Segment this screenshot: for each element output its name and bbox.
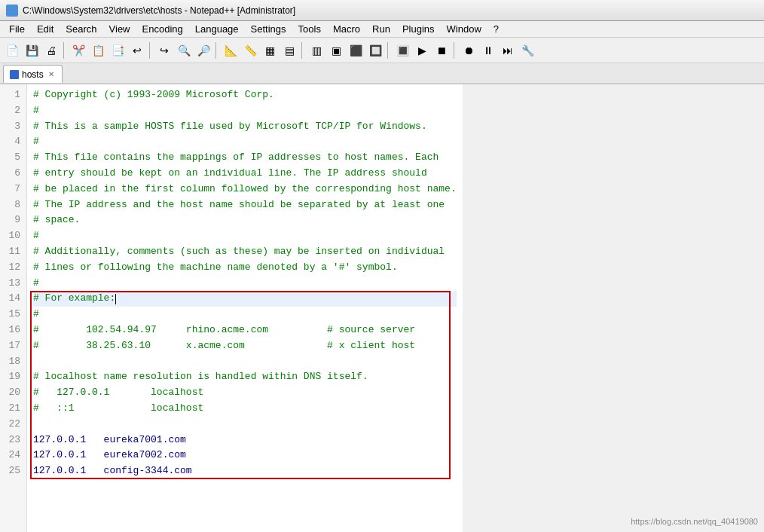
toolbar-separator [454, 42, 457, 59]
toolbar-btn-1[interactable]: 💾 [23, 41, 41, 60]
line-number-6: 6 [3, 166, 20, 182]
code-line-23: 127.0.0.1 eureka7001.com [33, 433, 457, 448]
code-line-11: # Additionally, comments (such as these)… [33, 244, 457, 260]
code-line-18 [33, 354, 457, 370]
toolbar-btn-5[interactable]: 📑 [108, 41, 127, 60]
line-number-25: 25 [3, 463, 20, 479]
menu-bar: FileEditSearchViewEncodingLanguageSettin… [0, 21, 764, 38]
toolbar-btn-6[interactable]: ↩ [128, 41, 146, 60]
toolbar-btn-9[interactable]: 🔎 [194, 41, 212, 60]
toolbar-btn-11[interactable]: 📏 [241, 41, 259, 60]
toolbar-separator [149, 42, 152, 59]
menu-item-window[interactable]: Window [441, 23, 487, 35]
text-cursor [115, 294, 116, 304]
menu-item-settings[interactable]: Settings [245, 23, 292, 35]
menu-item-edit[interactable]: Edit [31, 23, 60, 35]
toolbar-btn-16[interactable]: ⬛ [347, 41, 365, 60]
code-line-10: # [33, 228, 457, 244]
tab-label: hosts [22, 69, 44, 80]
app-icon [6, 5, 18, 17]
toolbar-btn-2[interactable]: 🖨 [42, 41, 60, 60]
code-line-3: # This is a sample HOSTS file used by Mi… [33, 119, 457, 135]
toolbar-btn-22[interactable]: ⏸ [479, 41, 497, 60]
editor-wrapper: 1234567891011121314151617181920212223242… [0, 84, 764, 532]
editor-container: 1234567891011121314151617181920212223242… [0, 84, 463, 532]
line-number-20: 20 [3, 385, 20, 401]
code-line-21: # ::1 localhost [33, 401, 457, 417]
line-number-19: 19 [3, 369, 20, 385]
title-bar: C:\Windows\System32\drivers\etc\hosts - … [0, 0, 764, 21]
menu-item-file[interactable]: File [3, 23, 31, 35]
toolbar-separator [301, 42, 304, 59]
line-number-14: 14 [3, 291, 20, 307]
menu-item-tools[interactable]: Tools [292, 23, 327, 35]
toolbar-btn-8[interactable]: 🔍 [175, 41, 193, 60]
line-number-9: 9 [3, 212, 20, 228]
line-number-13: 13 [3, 276, 20, 292]
code-line-1: # Copyright (c) 1993-2009 Microsoft Corp… [33, 87, 457, 103]
line-number-22: 22 [3, 417, 20, 433]
code-line-7: # be placed in the first column followed… [33, 182, 457, 197]
line-number-2: 2 [3, 103, 20, 119]
code-line-16: # 102.54.94.97 rhino.acme.com # source s… [33, 323, 457, 338]
code-area[interactable]: # Copyright (c) 1993-2009 Microsoft Corp… [27, 84, 463, 532]
toolbar-btn-19[interactable]: ▶ [413, 41, 431, 60]
code-line-12: # lines or following the machine name de… [33, 260, 457, 276]
code-line-19: # localhost name resolution is handled w… [33, 369, 457, 385]
code-line-14: # For example: [33, 291, 457, 307]
tab-bar: hosts✕ [0, 63, 764, 84]
menu-item-language[interactable]: Language [189, 23, 245, 35]
toolbar-btn-12[interactable]: ▦ [261, 41, 279, 60]
toolbar: 📄💾🖨✂️📋📑↩↪🔍🔎📐📏▦▤▥▣⬛🔲🔳▶⏹⏺⏸⏭🔧 [0, 38, 764, 63]
toolbar-btn-10[interactable]: 📐 [222, 41, 240, 60]
line-numbers: 1234567891011121314151617181920212223242… [0, 84, 27, 532]
toolbar-btn-23[interactable]: ⏭ [499, 41, 517, 60]
code-line-4: # [33, 134, 457, 150]
line-number-7: 7 [3, 182, 20, 197]
code-line-13: # [33, 276, 457, 292]
menu-item-search[interactable]: Search [60, 23, 102, 35]
line-number-18: 18 [3, 354, 20, 370]
toolbar-btn-4[interactable]: 📋 [89, 41, 107, 60]
toolbar-btn-14[interactable]: ▥ [307, 41, 325, 60]
code-line-2: # [33, 103, 457, 119]
code-line-8: # The IP address and the host name shoul… [33, 197, 457, 213]
line-number-1: 1 [3, 87, 20, 103]
window-title: C:\Windows\System32\drivers\etc\hosts - … [23, 5, 295, 16]
code-line-20: # 127.0.0.1 localhost [33, 385, 457, 401]
toolbar-separator [387, 42, 390, 59]
toolbar-btn-7[interactable]: ↪ [155, 41, 173, 60]
code-line-25: 127.0.0.1 config-3344.com [33, 463, 457, 479]
menu-item-macro[interactable]: Macro [327, 23, 366, 35]
line-number-15: 15 [3, 307, 20, 323]
menu-item-run[interactable]: Run [366, 23, 396, 35]
code-line-6: # entry should be kept on an individual … [33, 166, 457, 182]
watermark: https://blog.csdn.net/qq_40419080 [631, 517, 758, 526]
tab-save-icon [10, 70, 19, 79]
toolbar-btn-0[interactable]: 📄 [3, 41, 21, 60]
tab-hosts[interactable]: hosts✕ [3, 65, 63, 83]
tab-close[interactable]: ✕ [47, 70, 56, 78]
menu-item-encoding[interactable]: Encoding [136, 23, 189, 35]
toolbar-btn-3[interactable]: ✂️ [69, 41, 87, 60]
toolbar-btn-17[interactable]: 🔲 [366, 41, 384, 60]
toolbar-btn-13[interactable]: ▤ [280, 41, 298, 60]
line-number-4: 4 [3, 134, 20, 150]
code-line-22 [33, 417, 457, 433]
menu-item-?[interactable]: ? [487, 23, 505, 35]
toolbar-btn-24[interactable]: 🔧 [518, 41, 536, 60]
toolbar-btn-15[interactable]: ▣ [327, 41, 345, 60]
line-number-8: 8 [3, 197, 20, 213]
toolbar-separator [63, 42, 66, 59]
code-line-24: 127.0.0.1 eureka7002.com [33, 448, 457, 463]
toolbar-btn-21[interactable]: ⏺ [460, 41, 478, 60]
toolbar-btn-18[interactable]: 🔳 [393, 41, 411, 60]
toolbar-btn-20[interactable]: ⏹ [432, 41, 451, 60]
line-number-24: 24 [3, 448, 20, 463]
line-number-11: 11 [3, 244, 20, 260]
code-line-15: # [33, 307, 457, 323]
line-number-12: 12 [3, 260, 20, 276]
menu-item-view[interactable]: View [103, 23, 136, 35]
menu-item-plugins[interactable]: Plugins [396, 23, 441, 35]
code-line-9: # space. [33, 212, 457, 228]
